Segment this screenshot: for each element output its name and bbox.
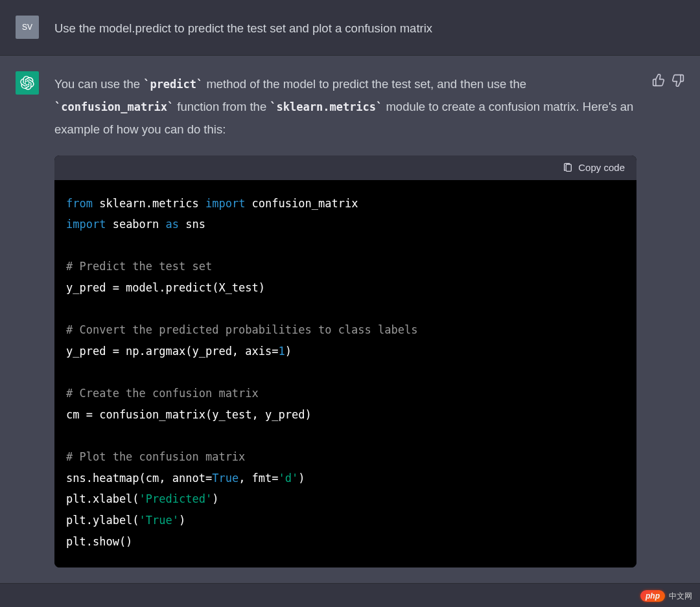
thumbs-up-icon [652,74,665,87]
svg-rect-0 [566,164,572,171]
assistant-text: You can use the [54,77,143,91]
code-block-header: Copy code [54,155,636,180]
openai-logo-icon [20,76,34,90]
copy-code-label: Copy code [578,162,625,173]
code-content[interactable]: from sklearn.metrics import confusion_ma… [54,180,636,568]
assistant-message-content: You can use the `predict` method of the … [54,71,636,567]
watermark-text: 中文网 [669,591,692,602]
watermark-badge: php [640,590,665,602]
assistant-text: function from the [174,100,270,113]
clipboard-icon [563,162,573,174]
code-block: Copy code from sklearn.metrics import co… [54,155,636,568]
user-message-row: SV Use the model.predict to predict the … [0,0,700,56]
assistant-text: method of the model to predict the test … [203,77,526,91]
feedback-actions [652,71,684,567]
thumbs-down-icon [671,74,684,87]
assistant-avatar [16,71,39,95]
inline-code-sklearn-metrics: `sklearn.metrics` [270,100,382,113]
inline-code-confusion-matrix: `confusion_matrix` [54,100,174,113]
watermark: php 中文网 [640,590,692,602]
user-message-text: Use the model.predict to predict the tes… [54,16,684,40]
thumbs-up-button[interactable] [652,74,665,87]
inline-code-predict: `predict` [143,78,203,91]
assistant-message-row: You can use the `predict` method of the … [0,56,700,584]
thumbs-down-button[interactable] [671,74,684,87]
copy-code-button[interactable]: Copy code [563,162,625,174]
user-avatar: SV [16,16,39,39]
